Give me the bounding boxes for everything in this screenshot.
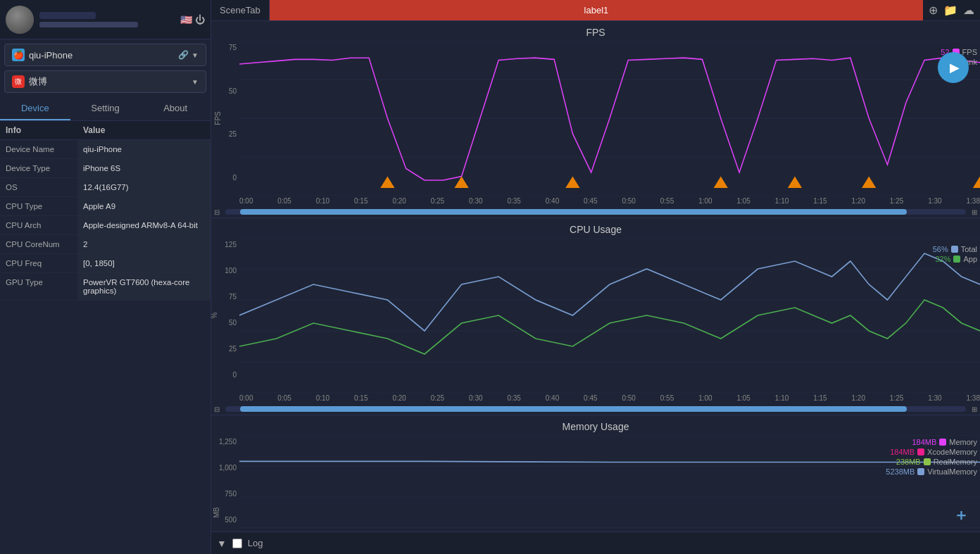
header-username-bar <box>39 12 96 19</box>
charts-area: FPS 75 50 25 0 FPS <box>211 21 980 531</box>
cpu-xaxis: 0:000:050:100:150:200:250:300:350:400:45… <box>239 393 980 403</box>
memory-chart-container: Memory Usage 1,250 1,000 750 500 250 0 M… <box>211 415 980 531</box>
memory-label: Memory <box>949 438 977 446</box>
cpu-legend: 56% Total 32% App <box>933 245 977 265</box>
cpu-ytick-25: 25 <box>229 345 237 353</box>
row-key-os: OS <box>0 178 77 196</box>
col-value-header: Value <box>77 121 211 139</box>
cpu-app-val: 32% <box>935 255 950 263</box>
add-button[interactable]: ＋ <box>953 505 969 526</box>
tab-about[interactable]: About <box>140 97 211 120</box>
cpu-ytick-0: 0 <box>232 371 237 379</box>
cloud-icon[interactable]: ☁ <box>963 4 974 17</box>
row-key-cpu-corenum: CPU CoreNum <box>0 235 77 253</box>
memory-chart-area: 184MB Memory 184MB XcodeMemory 238MB <box>239 435 980 531</box>
fps-scroll-right[interactable]: ⊞ <box>969 206 980 218</box>
virtual-val: 5238MB <box>886 467 915 476</box>
log-checkbox[interactable] <box>232 539 242 548</box>
xcode-val: 184MB <box>890 448 915 456</box>
device-selector[interactable]: 🍎 qiu-iPhone 🔗 ▼ <box>4 44 206 66</box>
app-arrow-icon: ▼ <box>191 78 199 86</box>
real-dot <box>924 458 931 465</box>
location-icon[interactable]: ⊕ <box>929 4 938 17</box>
fps-chart-inner: 75 50 25 0 FPS <box>211 41 980 196</box>
memory-val: 184MB <box>912 438 936 446</box>
svg-marker-10 <box>788 177 802 189</box>
app-selector[interactable]: 微 微博 ▼ <box>4 70 206 93</box>
memory-chart-svg <box>239 435 980 531</box>
fps-xaxis: 0:000:050:100:150:200:250:300:350:400:45… <box>239 196 980 206</box>
virtual-dot <box>917 468 924 475</box>
table-row: CPU CoreNum 2 <box>0 235 211 254</box>
cpu-ylabel: % <box>211 313 218 319</box>
fps-ytick-50: 50 <box>229 87 237 95</box>
fps-scroll-handle[interactable] <box>240 209 907 215</box>
fps-ytick-0: 0 <box>232 174 237 182</box>
device-label: qiu-iPhone <box>29 50 178 61</box>
xcode-label: XcodeMemory <box>927 448 977 456</box>
real-val: 238MB <box>896 458 921 466</box>
row-val-cpu-arch: Apple-designed ARMv8-A 64-bit <box>77 216 211 234</box>
flag-icon: 🇺🇸 <box>180 14 192 25</box>
memory-chart-inner: 1,250 1,000 750 500 250 0 MB <box>211 435 980 531</box>
svg-marker-5 <box>380 177 394 189</box>
cpu-app-label: App <box>963 255 977 263</box>
tab-device[interactable]: Device <box>0 97 70 120</box>
fps-ylabel: FPS <box>214 111 222 125</box>
fps-label: FPS <box>962 48 977 56</box>
memory-legend-xcode: 184MB XcodeMemory <box>886 448 977 456</box>
fps-chart-container: FPS 75 50 25 0 FPS <box>211 21 980 218</box>
cpu-total-val: 56% <box>933 245 948 253</box>
fps-ytick-25: 25 <box>229 130 237 138</box>
memory-chart-title: Memory Usage <box>211 421 980 432</box>
row-val-cpu-corenum: 2 <box>77 235 211 253</box>
cpu-chart-title: CPU Usage <box>211 224 980 235</box>
fps-scroll-left[interactable]: ⊟ <box>211 206 222 218</box>
cpu-scroll-left[interactable]: ⊟ <box>211 403 222 415</box>
header-info <box>39 12 180 27</box>
cpu-ytick-125: 125 <box>225 241 237 248</box>
link-icon: 🔗 <box>178 50 189 60</box>
play-button[interactable] <box>938 52 969 83</box>
cpu-scroll-handle[interactable] <box>240 406 907 412</box>
mem-ylabel: MB <box>213 508 220 518</box>
cpu-scroll-right[interactable]: ⊞ <box>969 403 980 415</box>
row-key-cpu-type: CPU Type <box>0 197 77 215</box>
memory-legend-virtual: 5238MB VirtualMemory <box>886 467 977 476</box>
fps-scrollbar[interactable]: ⊟ ⊞ <box>211 206 980 218</box>
cpu-scroll-track[interactable] <box>225 406 966 412</box>
fps-scroll-track[interactable] <box>225 209 966 215</box>
memory-legend: 184MB Memory 184MB XcodeMemory 238MB <box>886 438 977 477</box>
bottom-bar: ▼ Log <box>211 531 980 554</box>
folder-icon[interactable]: 📁 <box>943 4 957 17</box>
mem-ytick-750: 750 <box>225 490 237 498</box>
cpu-ytick-75: 75 <box>229 293 237 301</box>
row-val-cpu-type: Apple A9 <box>77 197 211 215</box>
cpu-chart-container: CPU Usage 125 100 75 50 25 0 % <box>211 218 980 415</box>
bottom-arrow-icon[interactable]: ▼ <box>217 538 227 549</box>
avatar <box>6 6 34 34</box>
fps-chart-area: 52 FPS 0 Jank <box>239 41 980 196</box>
table-row: OS 12.4(16G77) <box>0 178 211 197</box>
app-label: 微博 <box>29 75 191 88</box>
app-icon: 微 <box>12 75 25 88</box>
mem-ytick-500: 500 <box>225 516 237 524</box>
row-key-cpu-arch: CPU Arch <box>0 216 77 234</box>
cpu-chart-inner: 125 100 75 50 25 0 % <box>211 238 980 393</box>
real-label: RealMemory <box>934 458 977 466</box>
scene-tab[interactable]: SceneTab <box>211 0 270 20</box>
tab-setting[interactable]: Setting <box>70 97 141 120</box>
svg-marker-8 <box>714 177 728 189</box>
label1-tab[interactable]: label1 <box>270 0 923 20</box>
row-key-gpu-type: GPU Type <box>0 273 77 300</box>
table-row: CPU Freq [0, 1850] <box>0 254 211 273</box>
cpu-legend-total: 56% Total <box>933 245 977 253</box>
cpu-chart-svg <box>239 238 980 393</box>
power-icon[interactable]: ⏻ <box>195 14 205 25</box>
cpu-legend-app: 32% App <box>933 255 977 263</box>
sidebar: 🇺🇸 ⏻ 🍎 qiu-iPhone 🔗 ▼ 微 微博 ▼ Device Sett… <box>0 0 211 554</box>
svg-marker-9 <box>862 177 876 189</box>
cpu-scrollbar[interactable]: ⊟ ⊞ <box>211 403 980 415</box>
cpu-app-dot <box>953 256 960 263</box>
mem-ytick-1250: 1,250 <box>219 438 237 446</box>
